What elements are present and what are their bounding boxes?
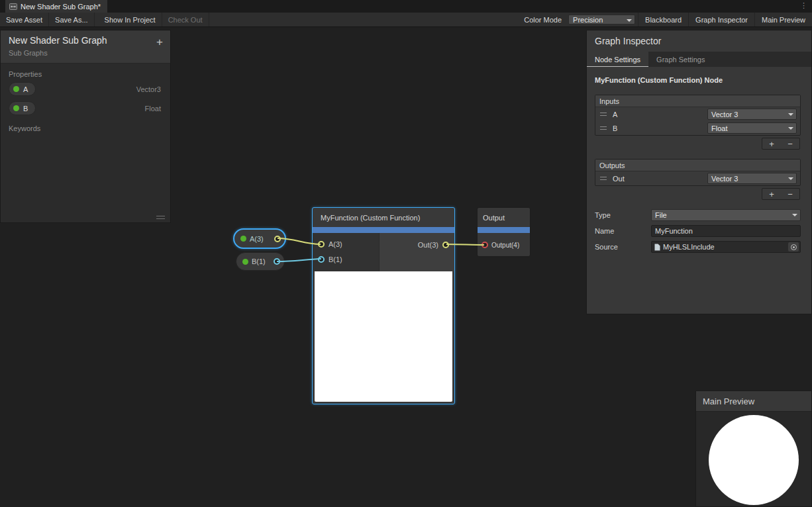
- properties-section-label: Properties: [1, 64, 170, 79]
- object-picker-icon: [791, 244, 797, 250]
- inspector-body: MyFunction (Custom Function) Node Inputs…: [587, 67, 811, 253]
- input-port-label: A(3): [329, 240, 342, 248]
- type-dropdown[interactable]: File: [651, 209, 801, 221]
- document-tab-title: New Shader Sub Graph*: [21, 3, 101, 11]
- show-in-project-button[interactable]: Show In Project: [99, 13, 162, 26]
- property-pill-a[interactable]: A: [9, 82, 36, 96]
- output-node-port-label: Output(4): [491, 242, 519, 249]
- property-a-output-port[interactable]: [274, 236, 281, 242]
- outputs-list: Outputs Out Vector 3: [595, 159, 801, 186]
- input-row[interactable]: A Vector 3: [595, 107, 800, 121]
- outputs-list-header: Outputs: [595, 160, 800, 171]
- property-dot-icon: [13, 86, 19, 92]
- source-field-row: Source MyHLSLInclude: [595, 241, 801, 253]
- output-node-input-port[interactable]: [482, 242, 488, 248]
- toolbar-right-group: Color Mode Precision Blackboard Graph In…: [520, 13, 812, 26]
- source-object-field[interactable]: MyHLSLInclude: [651, 241, 801, 253]
- tab-node-settings[interactable]: Node Settings: [587, 52, 648, 67]
- inputs-list: Inputs A Vector 3 B Float: [595, 95, 801, 136]
- property-node-label: A(3): [250, 235, 264, 243]
- color-mode-dropdown[interactable]: Precision: [568, 15, 635, 24]
- property-node-a[interactable]: A(3): [233, 228, 286, 249]
- save-asset-button[interactable]: Save Asset: [0, 13, 49, 26]
- input-port-row: B(1): [313, 252, 379, 267]
- graph-inspector-panel: Graph Inspector Node Settings Graph Sett…: [586, 30, 812, 314]
- main-preview-panel: Main Preview: [695, 391, 812, 507]
- source-field-label: Source: [595, 243, 651, 251]
- blackboard-header[interactable]: New Shader Sub Graph Sub Graphs +: [1, 30, 170, 64]
- drag-handle-icon[interactable]: [600, 126, 607, 130]
- inputs-add-remove: + −: [762, 138, 800, 150]
- node-title[interactable]: Output: [478, 208, 530, 227]
- property-b-output-port[interactable]: [274, 258, 280, 265]
- remove-output-button[interactable]: −: [781, 189, 799, 199]
- input-port-a[interactable]: [318, 241, 325, 248]
- output-type-dropdown[interactable]: Vector 3: [707, 173, 797, 184]
- input-type-dropdown[interactable]: Vector 3: [707, 109, 797, 120]
- drag-handle-icon[interactable]: [600, 177, 607, 180]
- property-row[interactable]: B Float: [1, 99, 170, 118]
- property-pill-b[interactable]: B: [9, 101, 36, 115]
- input-name: B: [613, 124, 617, 132]
- property-node-b[interactable]: B(1): [236, 252, 285, 271]
- node-preview: [315, 271, 452, 402]
- main-preview-toggle-button[interactable]: Main Preview: [754, 13, 812, 26]
- type-field-row: Type File: [595, 209, 801, 221]
- tab-graph-settings[interactable]: Graph Settings: [648, 52, 713, 67]
- check-out-button[interactable]: Check Out: [162, 13, 209, 26]
- output-port-out[interactable]: [442, 242, 449, 248]
- add-output-button[interactable]: +: [762, 189, 781, 199]
- outputs-add-remove: + −: [762, 188, 800, 200]
- output-row[interactable]: Out Vector 3: [595, 171, 800, 185]
- inputs-list-header: Inputs: [595, 95, 800, 107]
- file-icon: [654, 244, 660, 251]
- add-property-button[interactable]: +: [156, 36, 163, 48]
- input-port-b[interactable]: [318, 256, 325, 263]
- blackboard-toggle-button[interactable]: Blackboard: [638, 13, 688, 26]
- add-input-button[interactable]: +: [762, 138, 781, 149]
- main-preview-title[interactable]: Main Preview: [696, 391, 811, 412]
- preview-sphere: [709, 415, 799, 505]
- document-tab[interactable]: New Shader Sub Graph*: [5, 0, 107, 13]
- property-node-label: B(1): [252, 257, 266, 265]
- node-port-area: A(3) B(1) Out(3): [313, 233, 454, 271]
- object-picker-button[interactable]: [788, 242, 799, 252]
- inputs-list-footer: + −: [595, 138, 800, 150]
- output-port-row: Out(3): [418, 241, 449, 249]
- node-title[interactable]: MyFunction (Custom Function): [313, 208, 454, 227]
- property-type: Float: [145, 105, 161, 113]
- type-field-label: Type: [595, 211, 651, 219]
- window-menu-icon[interactable]: ⋮: [800, 1, 807, 9]
- shader-graph-window: A(3) B(1) MyFunction (Custom Function) A…: [0, 0, 812, 507]
- name-input[interactable]: MyFunction: [651, 225, 801, 237]
- input-port-row: A(3): [313, 236, 379, 252]
- input-row[interactable]: B Float: [595, 121, 800, 135]
- property-row[interactable]: A Vector3: [1, 79, 170, 99]
- remove-input-button[interactable]: −: [781, 138, 799, 149]
- input-name: A: [613, 111, 617, 118]
- source-object-name: MyHLSLInclude: [663, 243, 715, 251]
- property-dot-icon: [240, 236, 246, 242]
- output-port-label: Out(3): [418, 241, 438, 249]
- node-accent-strip: [478, 227, 530, 233]
- custom-function-node[interactable]: MyFunction (Custom Function) A(3) B(1) O…: [312, 207, 455, 404]
- keywords-section-label: Keywords: [1, 118, 170, 134]
- property-name: A: [23, 85, 28, 93]
- graph-inspector-toggle-button[interactable]: Graph Inspector: [688, 13, 754, 26]
- output-node-port-row: Output(4): [478, 233, 530, 257]
- input-port-label: B(1): [329, 255, 342, 263]
- outputs-list-footer: + −: [595, 188, 800, 200]
- graph-inspector-title[interactable]: Graph Inspector: [587, 30, 811, 52]
- main-preview-body[interactable]: [696, 412, 811, 506]
- color-mode-label: Color Mode: [520, 13, 566, 26]
- output-node[interactable]: Output Output(4): [477, 207, 531, 257]
- graph-toolbar: Save Asset Save As... Show In Project Ch…: [0, 13, 812, 27]
- input-type-dropdown[interactable]: Float: [707, 122, 797, 134]
- inspector-tab-bar: Node Settings Graph Settings: [587, 52, 811, 67]
- property-dot-icon: [242, 259, 248, 265]
- name-field-label: Name: [595, 227, 651, 235]
- save-as-button[interactable]: Save As...: [49, 13, 95, 26]
- output-name: Out: [613, 175, 625, 183]
- blackboard-resize-handle[interactable]: [156, 216, 165, 219]
- drag-handle-icon[interactable]: [600, 113, 607, 116]
